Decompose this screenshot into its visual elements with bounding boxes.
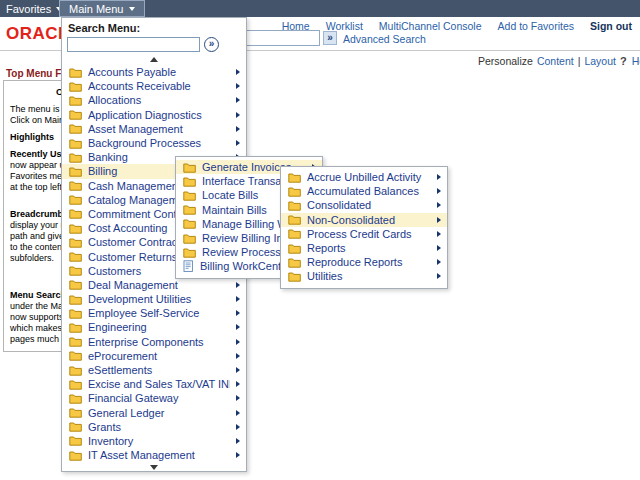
scroll-up-icon (150, 57, 158, 62)
submenu-arrow-icon (236, 367, 240, 373)
menu-item-enterprise-components[interactable]: Enterprise Components (62, 335, 246, 349)
submenu-arrow-icon (236, 324, 240, 330)
folder-icon (288, 172, 301, 183)
menu-item-engineering[interactable]: Engineering (62, 320, 246, 334)
personalize-content-link[interactable]: Content (537, 55, 574, 67)
submenu-arrow-icon (236, 381, 240, 387)
menu-item-esettlements[interactable]: eSettlements (62, 363, 246, 377)
menu-item-label: Background Processes (88, 137, 230, 149)
folder-icon (69, 407, 82, 418)
menu-item-it-asset-management[interactable]: IT Asset Management (62, 448, 246, 462)
menu-item-label: Development Utilities (88, 293, 230, 305)
submenu-arrow-icon (236, 126, 240, 132)
global-search-go-button[interactable]: » (323, 31, 337, 45)
folder-icon (69, 379, 82, 390)
menu-item-general-ledger[interactable]: General Ledger (62, 406, 246, 420)
menu-item-accumulated-balances[interactable]: Accumulated Balances (281, 184, 447, 198)
submenu-arrow-icon (437, 273, 441, 279)
folder-icon (69, 237, 82, 248)
help-icon[interactable]: ? (620, 55, 627, 67)
folder-icon (69, 95, 82, 106)
menu-item-label: Engineering (88, 321, 230, 333)
folder-icon (288, 228, 301, 239)
main-menu-button[interactable]: Main Menu (59, 0, 145, 17)
menu-item-consolidated[interactable]: Consolidated (281, 198, 447, 212)
menu-item-label: Reports (307, 242, 431, 254)
folder-icon (69, 365, 82, 376)
folder-icon (69, 322, 82, 333)
submenu-arrow-icon (437, 259, 441, 265)
menu-item-non-consolidated[interactable]: Non-Consolidated (281, 213, 447, 227)
folder-icon (69, 194, 82, 205)
menu-item-background-processes[interactable]: Background Processes (62, 136, 246, 150)
menu-search-input[interactable] (67, 37, 200, 52)
personalize-bar: Personalize Content | Layout (478, 55, 616, 67)
menu-item-grants[interactable]: Grants (62, 420, 246, 434)
menu-item-label: Financial Gateway (88, 392, 230, 404)
menu-item-label: Excise and Sales Tax/VAT IND (88, 378, 230, 390)
menu-item-label: Deal Management (88, 279, 230, 291)
menu-item-label: Accounts Payable (88, 66, 230, 78)
folder-icon (183, 218, 196, 229)
folder-icon (288, 257, 301, 268)
menu-item-deal-management[interactable]: Deal Management (62, 278, 246, 292)
menu-item-label: Accumulated Balances (307, 185, 431, 197)
menu-item-eprocurement[interactable]: eProcurement (62, 349, 246, 363)
help-link[interactable]: Help (632, 55, 640, 67)
peoplesoft-page: { "colors": { "topbar": "#44546a", "link… (0, 0, 640, 480)
submenu-arrow-icon (236, 452, 240, 458)
top-navigation-bar: Favorites Main Menu (0, 0, 640, 17)
menu-item-allocations[interactable]: Allocations (62, 93, 246, 107)
submenu-arrow-icon (236, 310, 240, 316)
folder-icon (183, 162, 196, 173)
submenu-arrow-icon (437, 217, 441, 223)
menu-item-label: Non-Consolidated (307, 214, 431, 226)
separator: | (578, 55, 581, 67)
favorites-menu-button[interactable]: Favorites (6, 0, 62, 17)
folder-icon (69, 223, 82, 234)
menu-item-asset-management[interactable]: Asset Management (62, 122, 246, 136)
folder-icon (69, 123, 82, 134)
scroll-down-icon (150, 465, 158, 470)
submenu-arrow-icon (236, 424, 240, 430)
submenu-arrow-icon (236, 112, 240, 118)
menu-item-process-credit-cards[interactable]: Process Credit Cards (281, 227, 447, 241)
menu-item-label: eProcurement (88, 350, 230, 362)
advanced-search-link[interactable]: Advanced Search (343, 33, 426, 45)
menu-item-reproduce-reports[interactable]: Reproduce Reports (281, 255, 447, 269)
folder-icon (69, 450, 82, 461)
menu-scroll-up[interactable] (62, 54, 246, 65)
menu-scroll-down[interactable] (62, 462, 246, 473)
menu-item-accounts-receivable[interactable]: Accounts Receivable (62, 79, 246, 93)
submenu-arrow-icon (236, 69, 240, 75)
menu-item-inventory[interactable]: Inventory (62, 434, 246, 448)
sign-out-link[interactable]: Sign out (590, 20, 632, 32)
submenu-arrow-icon (236, 438, 240, 444)
menu-item-utilities[interactable]: Utilities (281, 269, 447, 283)
folder-icon (288, 186, 301, 197)
menu-item-development-utilities[interactable]: Development Utilities (62, 292, 246, 306)
menu-search-row: » (67, 36, 246, 53)
menu-item-employee-self-service[interactable]: Employee Self-Service (62, 306, 246, 320)
menu-item-label: Employee Self-Service (88, 307, 230, 319)
menu-item-application-diagnostics[interactable]: Application Diagnostics (62, 108, 246, 122)
folder-icon (69, 265, 82, 276)
menu-item-label: Grants (88, 421, 230, 433)
menu-item-excise-and-sales-tax-vat-ind[interactable]: Excise and Sales Tax/VAT IND (62, 377, 246, 391)
menu-item-reports[interactable]: Reports (281, 241, 447, 255)
personalize-layout-link[interactable]: Layout (584, 55, 616, 67)
header-link-add-to-favorites[interactable]: Add to Favorites (498, 20, 574, 32)
generate-invoices-submenu-items: Accrue Unbilled ActivityAccumulated Bala… (281, 170, 447, 284)
submenu-arrow-icon (236, 97, 240, 103)
menu-item-label: General Ledger (88, 407, 230, 419)
folder-icon (69, 81, 82, 92)
menu-item-accrue-unbilled-activity[interactable]: Accrue Unbilled Activity (281, 170, 447, 184)
menu-item-accounts-payable[interactable]: Accounts Payable (62, 65, 246, 79)
menu-item-financial-gateway[interactable]: Financial Gateway (62, 391, 246, 405)
menu-search-go-button[interactable]: » (204, 37, 219, 52)
folder-icon (69, 152, 82, 163)
submenu-arrow-icon (437, 202, 441, 208)
folder-icon (69, 350, 82, 361)
submenu-arrow-icon (236, 410, 240, 416)
header-link-multichannel-console[interactable]: MultiChannel Console (379, 20, 482, 32)
